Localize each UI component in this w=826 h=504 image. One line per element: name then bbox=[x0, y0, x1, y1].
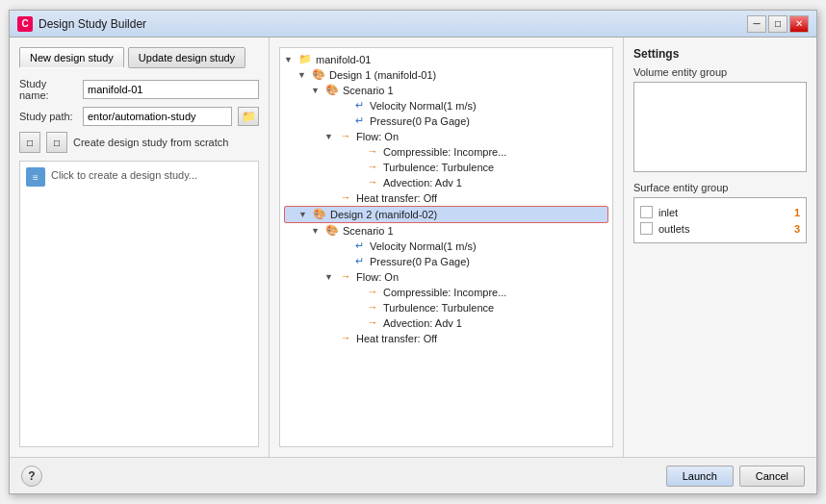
tree-item-turbulence-d2[interactable]: ▶ → Turbulence: Turbulence bbox=[284, 300, 608, 315]
folder-icon: 📁 bbox=[297, 53, 313, 66]
outlets-count: 3 bbox=[781, 223, 800, 235]
tree-item-scenario1-d1[interactable]: ▼ 🎨 Scenario 1 bbox=[284, 83, 608, 98]
tree-arrow-flow-d2[interactable]: ▼ bbox=[324, 272, 338, 282]
tree-label-design2: Design 2 (manifold-02) bbox=[330, 209, 437, 220]
tree-item-design2[interactable]: ▼ 🎨 Design 2 (manifold-02) bbox=[284, 206, 608, 223]
tree-label-root: manifold-01 bbox=[316, 54, 371, 65]
help-button[interactable]: ? bbox=[21, 466, 42, 487]
study-path-label: Study path: bbox=[19, 111, 77, 122]
surface-group-box: inlet 1 outlets 3 bbox=[633, 197, 807, 243]
tree-item-heat-d1[interactable]: ▶ → Heat transfer: Off bbox=[284, 190, 608, 206]
surface-group-label: Surface entity group bbox=[633, 182, 807, 193]
flow-d1-icon: → bbox=[338, 130, 353, 143]
launch-button[interactable]: Launch bbox=[666, 466, 734, 487]
tree-label-design1: Design 1 (manifold-01) bbox=[329, 69, 436, 81]
tree-label-flow-d1: Flow: On bbox=[356, 131, 399, 142]
advection-d2-icon: → bbox=[365, 316, 380, 330]
pressure-d2-icon: ↵ bbox=[351, 255, 367, 268]
tree-label-scenario1-d1: Scenario 1 bbox=[343, 85, 394, 96]
tree-arrow-design2[interactable]: ▼ bbox=[298, 210, 312, 219]
tree-label-advection-d1: Advection: Adv 1 bbox=[383, 177, 462, 189]
placeholder-icon: ≡ bbox=[26, 167, 45, 187]
maximize-button[interactable]: □ bbox=[768, 15, 787, 33]
tree-label-pressure-d1: Pressure(0 Pa Gage) bbox=[370, 115, 470, 127]
cancel-button[interactable]: Cancel bbox=[739, 466, 805, 487]
study-name-row: Study name: bbox=[19, 78, 259, 101]
tree-item-turbulence-d1[interactable]: ▶ → Turbulence: Turbulence bbox=[284, 160, 608, 175]
tree-label-velocity-d1: Velocity Normal(1 m/s) bbox=[370, 100, 477, 112]
browse-folder-button[interactable]: 📁 bbox=[238, 107, 259, 126]
new-design-study-tab[interactable]: New design study bbox=[19, 47, 124, 68]
bottom-bar: ? Launch Cancel bbox=[10, 457, 816, 493]
outlets-checkbox[interactable] bbox=[640, 222, 653, 235]
main-window: C Design Study Builder ─ □ ✕ New design … bbox=[9, 10, 817, 494]
tree-label-compress-d1: Compressible: Incompre... bbox=[383, 146, 506, 158]
turbulence-d1-icon: → bbox=[365, 161, 380, 174]
inlet-count: 1 bbox=[781, 207, 800, 218]
tree-item-flow-d1[interactable]: ▼ → Flow: On bbox=[284, 129, 608, 144]
tree-container: ▼ 📁 manifold-01 ▼ 🎨 Design 1 (manifold-0… bbox=[279, 47, 613, 447]
study-path-input[interactable] bbox=[83, 107, 232, 126]
tree-item-compress-d2[interactable]: ▶ → Compressible: Incompre... bbox=[284, 285, 608, 300]
surface-group-section: Surface entity group inlet 1 outlets 3 bbox=[633, 182, 807, 243]
scenario1-d2-icon: 🎨 bbox=[324, 224, 340, 238]
settings-section: Settings Volume entity group bbox=[633, 47, 807, 172]
app-icon: C bbox=[17, 16, 33, 32]
placeholder-text: Click to create a design study... bbox=[51, 167, 197, 181]
design-placeholder-area[interactable]: ≡ Click to create a design study... bbox=[19, 161, 259, 447]
settings-title: Settings bbox=[633, 47, 807, 61]
tree-label-scenario1-d2: Scenario 1 bbox=[343, 225, 394, 237]
velocity-d1-icon: ↵ bbox=[351, 99, 367, 113]
entity-row-inlet: inlet 1 bbox=[640, 204, 800, 220]
window-title: Design Study Builder bbox=[39, 17, 747, 31]
entity-row-outlets: outlets 3 bbox=[640, 220, 800, 237]
tree-item-advection-d2[interactable]: ▶ → Advection: Adv 1 bbox=[284, 315, 608, 331]
tree-item-pressure-d2[interactable]: ▶ ↵ Pressure(0 Pa Gage) bbox=[284, 254, 608, 269]
update-design-study-tab[interactable]: Update design study bbox=[128, 47, 245, 68]
compress-d1-icon: → bbox=[365, 145, 380, 159]
tree-item-advection-d1[interactable]: ▶ → Advection: Adv 1 bbox=[284, 175, 608, 190]
scratch-icon-btn-2[interactable]: □ bbox=[46, 132, 67, 153]
title-bar: C Design Study Builder ─ □ ✕ bbox=[10, 11, 816, 38]
tree-arrow-scenario1-d2[interactable]: ▼ bbox=[311, 226, 324, 236]
tree-arrow-flow-d1[interactable]: ▼ bbox=[324, 132, 338, 141]
tree-arrow-design1[interactable]: ▼ bbox=[297, 70, 311, 80]
study-name-label: Study name: bbox=[19, 78, 77, 101]
minimize-button[interactable]: ─ bbox=[747, 15, 766, 33]
scratch-icon-btn-1[interactable]: □ bbox=[19, 132, 40, 153]
tree-label-flow-d2: Flow: On bbox=[356, 271, 399, 283]
tree-item-pressure-d1[interactable]: ▶ ↵ Pressure(0 Pa Gage) bbox=[284, 113, 608, 129]
scenario1-d1-icon: 🎨 bbox=[324, 84, 340, 97]
tree-item-design1[interactable]: ▼ 🎨 Design 1 (manifold-01) bbox=[284, 67, 608, 83]
turbulence-d2-icon: → bbox=[365, 301, 380, 315]
tree-item-velocity-d2[interactable]: ▶ ↵ Velocity Normal(1 m/s) bbox=[284, 239, 608, 254]
tree-item-heat-d2[interactable]: ▶ → Heat transfer: Off bbox=[284, 331, 608, 346]
tree-item-velocity-d1[interactable]: ▶ ↵ Velocity Normal(1 m/s) bbox=[284, 98, 608, 113]
left-panel: New design study Update design study Stu… bbox=[10, 38, 270, 457]
tree-label-heat-d2: Heat transfer: Off bbox=[356, 333, 437, 344]
right-panel: Settings Volume entity group Surface ent… bbox=[624, 38, 816, 457]
scratch-label: Create design study from scratch bbox=[73, 137, 228, 148]
tree-item-scenario1-d2[interactable]: ▼ 🎨 Scenario 1 bbox=[284, 223, 608, 239]
tree-label-pressure-d2: Pressure(0 Pa Gage) bbox=[370, 256, 470, 267]
compress-d2-icon: → bbox=[365, 286, 380, 299]
tree-item-flow-d2[interactable]: ▼ → Flow: On bbox=[284, 269, 608, 285]
tab-row: New design study Update design study bbox=[19, 47, 259, 68]
advection-d1-icon: → bbox=[365, 176, 380, 189]
tree-item-compress-d1[interactable]: ▶ → Compressible: Incompre... bbox=[284, 144, 608, 160]
study-name-input[interactable] bbox=[83, 80, 259, 99]
inlet-checkbox[interactable] bbox=[640, 206, 653, 218]
middle-panel: ▼ 📁 manifold-01 ▼ 🎨 Design 1 (manifold-0… bbox=[270, 38, 624, 457]
tree-arrow-scenario1-d1[interactable]: ▼ bbox=[311, 86, 324, 95]
scratch-row: □ □ Create design study from scratch bbox=[19, 132, 259, 153]
tree-arrow-root[interactable]: ▼ bbox=[284, 55, 297, 64]
outlets-label: outlets bbox=[658, 223, 775, 235]
tree-item-root[interactable]: ▼ 📁 manifold-01 bbox=[284, 52, 608, 67]
design2-icon: 🎨 bbox=[312, 208, 327, 221]
content-area: New design study Update design study Stu… bbox=[10, 38, 816, 457]
tree-label-advection-d2: Advection: Adv 1 bbox=[383, 317, 462, 329]
close-button[interactable]: ✕ bbox=[789, 15, 809, 33]
heat-d1-icon: → bbox=[338, 191, 353, 205]
volume-group-label: Volume entity group bbox=[633, 66, 807, 78]
volume-group-content bbox=[640, 88, 800, 165]
